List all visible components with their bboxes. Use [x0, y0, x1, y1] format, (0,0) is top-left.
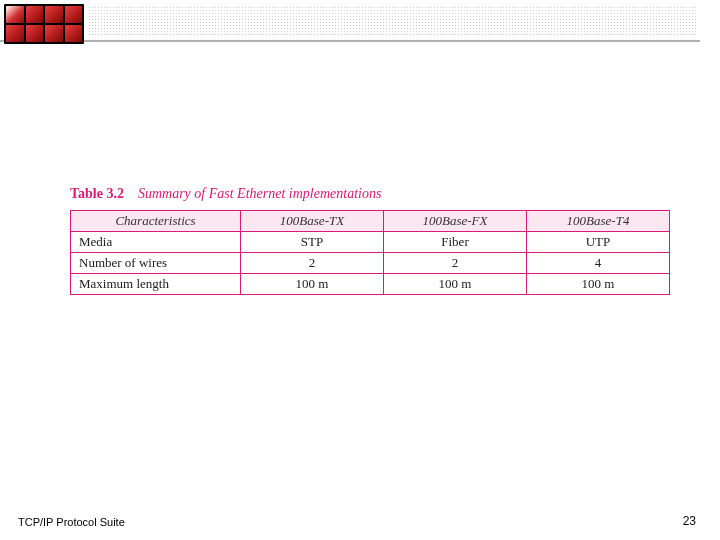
header-divider — [0, 40, 700, 42]
red-grid-logo-icon — [4, 4, 84, 44]
header-pattern — [88, 6, 698, 36]
cell-value: 2 — [241, 253, 384, 274]
table-row: Number of wires 2 2 4 — [71, 253, 670, 274]
row-label: Media — [71, 232, 241, 253]
table-row: Maximum length 100 m 100 m 100 m — [71, 274, 670, 295]
row-label: Maximum length — [71, 274, 241, 295]
page-number: 23 — [683, 514, 696, 528]
cell-value: STP — [241, 232, 384, 253]
col-header-100base-t4: 100Base-T4 — [527, 211, 670, 232]
table-title: Table 3.2 Summary of Fast Ethernet imple… — [70, 186, 670, 202]
cell-value: 100 m — [241, 274, 384, 295]
col-header-100base-fx: 100Base-FX — [384, 211, 527, 232]
cell-value: Fiber — [384, 232, 527, 253]
footer-source: TCP/IP Protocol Suite — [18, 516, 125, 528]
table-caption: Summary of Fast Ethernet implementations — [138, 186, 381, 201]
cell-value: 4 — [527, 253, 670, 274]
fast-ethernet-table: Characteristics 100Base-TX 100Base-FX 10… — [70, 210, 670, 295]
cell-value: 2 — [384, 253, 527, 274]
table-row: Media STP Fiber UTP — [71, 232, 670, 253]
col-header-characteristics: Characteristics — [71, 211, 241, 232]
cell-value: 100 m — [527, 274, 670, 295]
slide-header — [0, 0, 720, 46]
row-label: Number of wires — [71, 253, 241, 274]
table-block: Table 3.2 Summary of Fast Ethernet imple… — [70, 186, 670, 295]
table-header-row: Characteristics 100Base-TX 100Base-FX 10… — [71, 211, 670, 232]
table-label: Table 3.2 — [70, 186, 124, 201]
col-header-100base-tx: 100Base-TX — [241, 211, 384, 232]
cell-value: 100 m — [384, 274, 527, 295]
cell-value: UTP — [527, 232, 670, 253]
